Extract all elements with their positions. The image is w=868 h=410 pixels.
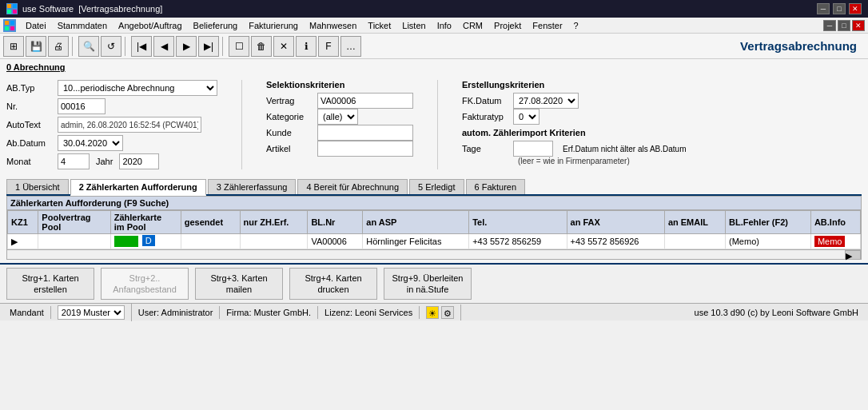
toolbar-btn-print[interactable]: 🖨 [48, 36, 69, 57]
menu-belieferung[interactable]: Belieferung [189, 19, 243, 32]
nr-input[interactable] [58, 98, 106, 114]
tab-zaehlererfassung[interactable]: 3 Zählererfassung [208, 179, 297, 194]
lizenz-info: Lizenz: Leoni Services [318, 306, 420, 319]
cell-zaehlerkarte-d: D [142, 235, 155, 246]
toolbar-btn-first[interactable]: |◀ [131, 36, 152, 57]
menu-app-icon [3, 19, 16, 32]
tage-label: Tage [462, 144, 510, 153]
col-nur-zh-erf: nur ZH.Erf. [240, 211, 308, 234]
btn-karten-drucken[interactable]: Strg+4. Kartendrucken [289, 268, 377, 300]
tab-fakturen[interactable]: 6 Fakturen [466, 179, 526, 194]
window-title: [Vertragsabrechnung] [78, 4, 162, 14]
menu-projekt[interactable]: Projekt [489, 19, 526, 32]
toolbar-btn-search[interactable]: 🔍 [78, 36, 99, 57]
tab-bereit[interactable]: 4 Bereit für Abrechnung [297, 179, 408, 194]
tab-erledigt[interactable]: 5 Erledigt [409, 179, 464, 194]
table-container: Zählerkarten Aufforderung (F9 Suche) KZ1… [6, 196, 862, 260]
vertrag-input[interactable] [317, 93, 413, 109]
toolbar-btn-prev[interactable]: ◀ [153, 36, 174, 57]
tab-uebersicht[interactable]: 1 Übersicht [6, 179, 69, 194]
menu-crm[interactable]: CRM [458, 19, 488, 32]
toolbar-btn-save[interactable]: 💾 [26, 36, 46, 57]
fkdatum-select[interactable]: 27.08.2020 [513, 93, 579, 109]
btn-karten-mailen[interactable]: Strg+3. Kartenmailen [195, 268, 283, 300]
erfdatum-text: Erf.Datum nicht älter als AB.Datum [563, 145, 687, 153]
toolbar-btn-last[interactable]: ▶| [198, 36, 219, 57]
fakturatyp-label: Fakturatyp [462, 112, 510, 121]
form-col-left: AB.Typ 10...periodische Abrechnung Nr. A… [6, 80, 217, 169]
abtyp-select[interactable]: 10...periodische Abrechnung [58, 80, 217, 96]
table-scroll-area[interactable]: KZ1 PoolvertragPool Zählerkarteim Pool g… [7, 210, 861, 249]
close-button[interactable]: ✕ [849, 3, 862, 14]
window-controls: ─ □ ✕ [817, 3, 862, 14]
btn-ueberleiten[interactable]: Strg+9. Überleitenin nä.Stufe [384, 268, 472, 300]
btn-karten-erstellen[interactable]: Strg+1. Kartenerstellen [6, 268, 94, 300]
toolbar-btn-refresh[interactable]: ↺ [101, 36, 121, 57]
artikel-input[interactable] [317, 141, 413, 157]
cell-an-asp: Hörnlinger Felicitas [363, 234, 469, 249]
maximize-button[interactable]: □ [833, 3, 846, 14]
table-section-header: Zählerkarten Aufforderung (F9 Suche) [7, 197, 861, 210]
cell-gesendet [181, 234, 240, 249]
main-content: 0 Abrechnung AB.Typ 10...periodische Abr… [0, 59, 868, 263]
autotext-row: AutoText [6, 117, 217, 133]
zaehler-import-title: autom. Zählerimport Kriterien [462, 128, 687, 137]
autotext-input[interactable] [58, 117, 201, 133]
nr-label: Nr. [6, 102, 54, 111]
abdatum-select[interactable]: 30.04.2020 [58, 135, 123, 151]
menu-ticket[interactable]: Ticket [363, 19, 396, 32]
menu-fenster[interactable]: Fenster [528, 19, 567, 32]
app-icon [6, 3, 18, 14]
mandant-select[interactable]: 2019 Muster [58, 305, 125, 320]
menu-info[interactable]: Info [432, 19, 456, 32]
toolbar-restore[interactable]: □ [838, 20, 850, 31]
col-kz1: KZ1 [8, 211, 38, 234]
minimize-button[interactable]: ─ [817, 3, 830, 14]
toolbar-btn-cancel[interactable]: ✕ [273, 36, 294, 57]
scrollbar-right[interactable]: ▶ [845, 250, 861, 260]
cell-bl-fehler: (Memo) [726, 234, 811, 249]
vertrag-label: Vertrag [266, 96, 314, 105]
menu-fakturierung[interactable]: Fakturierung [244, 19, 303, 32]
artikel-label: Artikel [266, 144, 314, 153]
cell-tel: +43 5572 856259 [469, 234, 567, 249]
toolbar-minimize[interactable]: ─ [823, 20, 836, 31]
user-info: User: Administrator [132, 306, 221, 319]
btn-anfangsbestand[interactable]: Strg+2..Anfangsbestand [101, 268, 189, 300]
fakturatyp-select[interactable]: 0 [513, 109, 540, 125]
tabs-bar: 1 Übersicht 2 Zählerkarten Aufforderung … [6, 179, 862, 196]
jahr-input[interactable] [119, 153, 159, 169]
version-info: use 10.3 d90 (c) by Leoni Software GmbH [688, 306, 865, 319]
monat-label: Monat [6, 157, 54, 166]
menu-help[interactable]: ? [569, 19, 583, 32]
horizontal-scrollbar[interactable]: ▶ [7, 249, 861, 259]
toolbar-btn-info[interactable]: ℹ [296, 36, 317, 57]
toolbar-btn-new[interactable]: ☐ [229, 36, 249, 57]
toolbar-btn-delete[interactable]: 🗑 [251, 36, 272, 57]
tage-input[interactable] [513, 141, 553, 157]
col-poolvertrag: PoolvertragPool [38, 211, 110, 234]
fkdatum-row: FK.Datum 27.08.2020 [462, 93, 687, 109]
cell-an-fax: +43 5572 856926 [567, 234, 664, 249]
col-bl-nr: BL.Nr [308, 211, 363, 234]
kategorie-select[interactable]: (alle) [317, 109, 358, 125]
table-row[interactable]: ▶ D VA00006 Hörnlinger Felicitas +43 557… [8, 234, 861, 249]
toolbar-close[interactable]: ✕ [852, 20, 865, 31]
menu-datei[interactable]: Datei [21, 19, 51, 32]
tab-zaehlerkarten[interactable]: 2 Zählerkarten Aufforderung [70, 179, 206, 196]
kunde-input[interactable] [317, 125, 413, 141]
toolbar-btn-next[interactable]: ▶ [176, 36, 197, 57]
toolbar-btn-grid[interactable]: ⊞ [3, 36, 24, 57]
toolbar-btn-f[interactable]: F [318, 36, 339, 57]
selection-title: Selektionskriterien [266, 80, 413, 90]
menu-angebot-auftrag[interactable]: Angebot/Auftrag [113, 19, 187, 32]
monat-input[interactable] [58, 153, 90, 169]
menu-stammdaten[interactable]: Stammdaten [53, 19, 112, 32]
col-bl-fehler: BL.Fehler (F2) [726, 211, 811, 234]
toolbar-btn-more[interactable]: … [340, 36, 361, 57]
menu-mahnwesen[interactable]: Mahnwesen [305, 19, 361, 32]
svg-rect-3 [13, 10, 17, 14]
menu-listen[interactable]: Listen [397, 19, 430, 32]
creation-title: Erstellungskriterien [462, 80, 687, 90]
bottom-buttons: Strg+1. Kartenerstellen Strg+2..Anfangsb… [0, 263, 868, 303]
